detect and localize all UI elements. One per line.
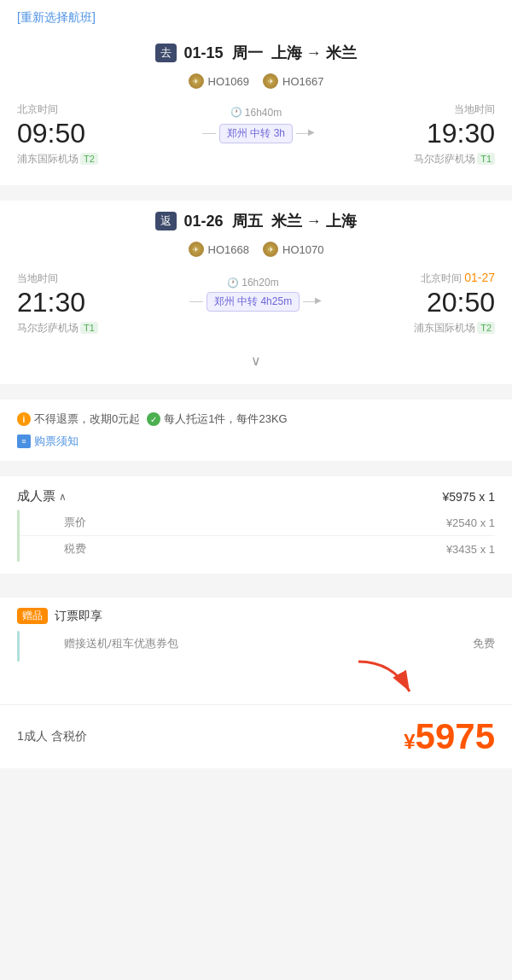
airline-logo-4: ✈ <box>263 242 278 257</box>
outbound-flight-card: 去 01-15 周一 上海 → 米兰 ✈ HO1069 ✈ HO1667 北京时… <box>0 32 512 185</box>
price-detail-row-1: 票价 ¥2540 x 1 <box>37 510 512 535</box>
inbound-transfer-badge: 郑州 中转 4h25m <box>207 292 300 312</box>
price-details-container: 票价 ¥2540 x 1 税费 ¥3435 x 1 <box>0 510 512 562</box>
outbound-dep-terminal: T2 <box>80 153 98 165</box>
inbound-flight-card: 返 01-26 周五 米兰 → 上海 ✈ HO1668 ✈ HO1070 当地时… <box>0 201 512 384</box>
arrow-icon <box>350 657 427 704</box>
outbound-flight-2: ✈ HO1667 <box>263 73 323 89</box>
inbound-flight-1: ✈ HO1668 <box>189 242 249 257</box>
price-details-content: 票价 ¥2540 x 1 税费 ¥3435 x 1 <box>20 510 512 562</box>
info-section: i 不得退票，改期0元起 ✓ 每人托运1件，每件23KG ≡ 购票须知 <box>0 400 512 461</box>
airline-logo-1: ✈ <box>189 73 204 89</box>
info-icon-orange: i <box>17 412 31 426</box>
chevron-down-icon[interactable]: ∨ <box>251 353 261 369</box>
gift-details-content: 赠接送机/租车优惠券包 免费 <box>20 631 512 662</box>
airline-logo-3: ✈ <box>189 242 204 257</box>
info-icon-green: ✓ <box>147 412 160 426</box>
outbound-arr-terminal: T1 <box>477 153 495 165</box>
notice-item[interactable]: ≡ 购票须知 <box>17 434 495 449</box>
outbound-airport-row: 浦东国际机场T2 马尔彭萨机场T1 <box>0 150 512 177</box>
inbound-flight-numbers: ✈ HO1668 ✈ HO1070 <box>0 238 512 265</box>
chevron-up-icon[interactable]: ∧ <box>59 491 67 503</box>
page-container: [重新选择航班] 去 01-15 周一 上海 → 米兰 ✈ HO1069 ✈ H… <box>0 0 512 768</box>
info-row-1: i 不得退票，改期0元起 ✓ 每人托运1件，每件23KG <box>17 411 495 427</box>
outbound-time-section: 北京时间 09:50 🕐 16h40m 郑州 中转 3h ▶ <box>0 97 512 150</box>
airline-logo-2: ✈ <box>263 73 278 89</box>
reselect-link[interactable]: [重新选择航班] <box>17 10 96 24</box>
outbound-dep-block: 北京时间 09:50 <box>17 102 85 149</box>
separator-3 <box>0 470 512 476</box>
gift-title: 订票即享 <box>55 609 102 624</box>
pricing-section: 成人票 ∧ ¥5975 x 1 票价 ¥2540 x 1 税费 ¥3435 x … <box>0 476 512 574</box>
inbound-dep-block: 当地时间 21:30 <box>17 271 85 318</box>
inbound-arr-airport: 浦东国际机场T2 <box>414 321 495 335</box>
price-total-per: ¥5975 x 1 <box>443 490 496 504</box>
total-price-display: ¥5975 <box>404 719 495 755</box>
inbound-dep-airport: 马尔彭萨机场T1 <box>17 321 98 335</box>
total-label: 1成人 含税价 <box>17 729 87 744</box>
outbound-arr-airport: 马尔彭萨机场T1 <box>414 152 495 166</box>
baggage-item: ✓ 每人托运1件，每件23KG <box>147 411 287 427</box>
inbound-header: 返 01-26 周五 米兰 → 上海 <box>0 201 512 238</box>
outbound-flight-1: ✈ HO1069 <box>189 73 249 89</box>
outbound-transfer-badge: 郑州 中转 3h <box>219 124 293 143</box>
inbound-arr-terminal: T2 <box>477 322 495 334</box>
bottom-total: 1成人 含税价 ¥5975 <box>0 704 512 768</box>
inbound-duration-block: 🕐 16h20m 郑州 中转 4h25m ▶ <box>189 277 317 312</box>
gift-header-row: 赠品 订票即享 <box>0 598 512 631</box>
separator-1 <box>0 194 512 201</box>
inbound-arr-block: 北京时间 01-27 20:50 <box>421 271 495 318</box>
clock-icon-2: 🕐 <box>227 277 239 289</box>
outbound-dep-airport: 浦东国际机场T2 <box>17 152 98 166</box>
info-icon-blue: ≡ <box>17 435 31 448</box>
inbound-direction-badge: 返 <box>155 212 177 230</box>
gift-detail-row: 赠接送机/租车优惠券包 免费 <box>37 631 512 662</box>
inbound-airport-row: 马尔彭萨机场T1 浦东国际机场T2 <box>0 319 512 346</box>
inbound-dep-terminal: T1 <box>80 322 98 334</box>
reselect-section: [重新选择航班] <box>0 0 512 32</box>
price-main-row: 成人票 ∧ ¥5975 x 1 <box>0 476 512 510</box>
outbound-arr-block: 当地时间 19:30 <box>427 102 495 149</box>
price-detail-row-2: 税费 ¥3435 x 1 <box>37 536 512 562</box>
outbound-flight-numbers: ✈ HO1069 ✈ HO1667 <box>0 70 512 97</box>
inbound-title: 01-26 周五 米兰 → 上海 <box>183 211 356 231</box>
inbound-flight-2: ✈ HO1070 <box>263 242 323 257</box>
gift-badge: 赠品 <box>17 608 48 624</box>
separator-2 <box>0 393 512 400</box>
outbound-direction-badge: 去 <box>155 44 177 62</box>
outbound-duration-block: 🕐 16h40m 郑州 中转 3h ▶ <box>202 107 310 145</box>
gift-details-container: 赠接送机/租车优惠券包 免费 <box>0 631 512 662</box>
separator-4 <box>0 582 512 589</box>
outbound-title: 01-15 周一 上海 → 米兰 <box>183 43 356 63</box>
expand-row[interactable]: ∨ <box>0 346 512 376</box>
no-refund-item: i 不得退票，改期0元起 <box>17 411 140 427</box>
gift-section: 赠品 订票即享 赠接送机/租车优惠券包 免费 <box>0 598 512 662</box>
clock-icon: 🕐 <box>230 107 242 118</box>
inbound-time-section: 当地时间 21:30 🕐 16h20m 郑州 中转 4h25m ▶ <box>0 265 512 319</box>
outbound-header: 去 01-15 周一 上海 → 米兰 <box>0 32 512 70</box>
arrow-pointer-section <box>0 662 512 704</box>
price-category: 成人票 ∧ <box>17 488 67 505</box>
